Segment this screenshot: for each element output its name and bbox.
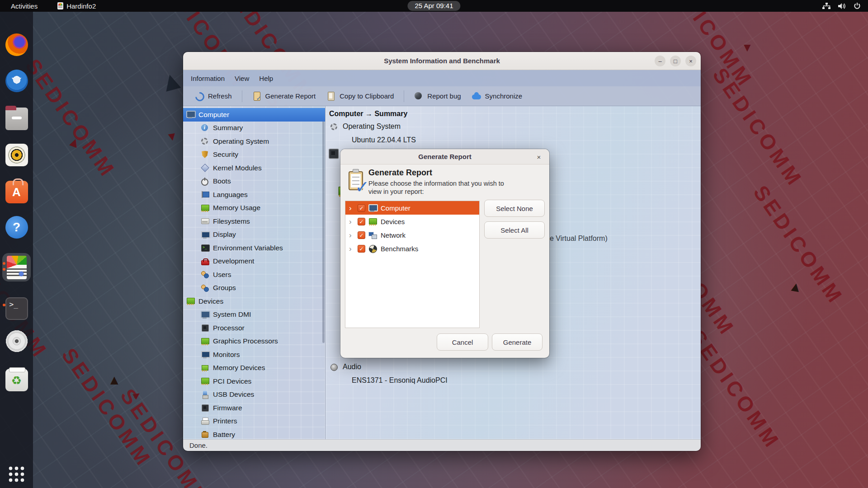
sidebar-item-system-dmi[interactable]: System DMI xyxy=(183,308,326,322)
dock-item-disc-burner[interactable] xyxy=(0,330,33,352)
sidebar-item-battery[interactable]: Battery xyxy=(183,428,326,439)
ubuntu-software-icon: A xyxy=(5,181,28,203)
sidebar-item-memory-usage[interactable]: Memory Usage xyxy=(183,202,326,215)
sidebar-item-usb-devices[interactable]: USB Devices xyxy=(183,388,326,402)
report-section-label: Computer xyxy=(381,204,410,212)
toolbar-generate-report[interactable]: Generate Report xyxy=(247,89,321,103)
report-section-benchmarks[interactable]: ›✓Benchmarks xyxy=(345,242,479,255)
dock-item-trash[interactable]: ♻ xyxy=(0,369,33,391)
info-icon xyxy=(201,124,209,132)
sidebar-item-label: Monitors xyxy=(213,351,240,359)
sidebar-item-languages[interactable]: Languages xyxy=(183,188,326,202)
dock-item-firefox[interactable] xyxy=(0,33,33,56)
top-bar: Activities Hardinfo2 25 Apr 09:41 xyxy=(0,0,868,12)
report-section-devices[interactable]: ›✓Devices xyxy=(345,215,479,228)
running-indicator-dot xyxy=(3,268,5,271)
generate-button[interactable]: Generate xyxy=(492,333,542,351)
synchronize-icon xyxy=(472,92,481,101)
sidebar-item-processor[interactable]: Processor xyxy=(183,321,326,335)
machine-type-fragment: e Virtual Platform) xyxy=(550,235,608,243)
users-icon xyxy=(201,271,209,278)
menu-view[interactable]: View xyxy=(230,70,254,86)
select-none-button[interactable]: Select None xyxy=(484,200,545,217)
focused-app-menu[interactable]: Hardinfo2 xyxy=(57,2,96,10)
checkbox-devices[interactable]: ✓ xyxy=(358,218,365,225)
report-section-network[interactable]: ›✓Network xyxy=(345,228,479,242)
dock-item-rhythmbox[interactable] xyxy=(0,144,33,166)
sidebar-item-printers[interactable]: Printers xyxy=(183,415,326,428)
sidebar-item-kernel-modules[interactable]: Kernel Modules xyxy=(183,161,326,175)
dock-item-hardinfo2[interactable] xyxy=(0,256,33,279)
expander-chevron-icon[interactable]: › xyxy=(349,245,355,253)
sidebar-item-firmware[interactable]: Firmware xyxy=(183,401,326,415)
checkbox-benchmarks[interactable]: ✓ xyxy=(358,245,365,253)
dialog-close-icon[interactable]: × xyxy=(534,152,544,162)
thunderbird-icon xyxy=(5,70,28,92)
checkbox-network[interactable]: ✓ xyxy=(358,231,365,239)
expander-chevron-icon[interactable]: › xyxy=(349,231,355,239)
sidebar-item-summary[interactable]: Summary xyxy=(183,122,326,135)
toolbar-copy-to-clipboard[interactable]: Copy to Clipboard xyxy=(321,89,399,103)
dock-item-files[interactable] xyxy=(0,108,33,130)
window-titlebar[interactable]: System Information and Benchmark – □ × xyxy=(183,52,701,70)
dock-item-thunderbird[interactable] xyxy=(0,70,33,92)
rhythmbox-icon xyxy=(5,144,28,166)
dock-item-terminal[interactable]: >_ xyxy=(0,297,33,320)
sidebar-item-pci-devices[interactable]: PCI Devices xyxy=(183,375,326,388)
sidebar-item-security[interactable]: Security xyxy=(183,148,326,162)
hardinfo2-mini-icon xyxy=(57,2,63,9)
sidebar-item-devices[interactable]: Devices xyxy=(183,295,326,308)
sidebar-item-label: Summary xyxy=(213,124,243,132)
select-all-button[interactable]: Select All xyxy=(484,221,545,239)
sidebar-item-users[interactable]: Users xyxy=(183,268,326,282)
dialog-description: Please choose the information that you w… xyxy=(368,179,516,196)
operating-system-label: Operating System xyxy=(343,122,401,131)
sidebar-item-development[interactable]: Development xyxy=(183,255,326,268)
checkbox-computer[interactable]: ✓ xyxy=(358,204,365,212)
computer-icon xyxy=(368,204,377,212)
sidebar-item-label: Processor xyxy=(213,324,245,332)
sidebar-item-environment-variables[interactable]: Environment Variables xyxy=(183,241,326,255)
sidebar-item-groups[interactable]: Groups xyxy=(183,282,326,295)
usb-icon xyxy=(201,391,209,399)
sidebar-item-label: Languages xyxy=(213,191,248,199)
toolbar-report-bug[interactable]: Report bug xyxy=(409,89,466,103)
disc-burner-icon xyxy=(5,330,28,352)
chip-green-icon xyxy=(201,338,209,345)
app-grid-icon xyxy=(9,466,25,483)
chip-dark-icon xyxy=(201,324,209,332)
close-button[interactable]: × xyxy=(685,56,696,66)
menu-information[interactable]: Information xyxy=(186,70,230,86)
dock-item-app-grid[interactable] xyxy=(0,466,33,483)
sidebar-item-operating-system[interactable]: Operating System xyxy=(183,135,326,148)
sidebar-item-monitors[interactable]: Monitors xyxy=(183,348,326,361)
toolbar-refresh[interactable]: Refresh xyxy=(189,89,237,103)
sidebar-item-display[interactable]: Display xyxy=(183,228,326,242)
menu-help[interactable]: Help xyxy=(254,70,278,86)
minimize-button[interactable]: – xyxy=(655,56,665,66)
breadcrumb: Computer → Summary xyxy=(329,110,407,118)
expander-chevron-icon[interactable]: › xyxy=(349,204,355,212)
sidebar-item-graphics-processors[interactable]: Graphics Processors xyxy=(183,335,326,348)
maximize-button[interactable]: □ xyxy=(670,56,681,66)
sidebar-item-boots[interactable]: Boots xyxy=(183,175,326,188)
report-section-computer[interactable]: ›✓Computer xyxy=(345,201,479,215)
toolbar-synchronize[interactable]: Synchronize xyxy=(467,89,528,103)
sidebar-item-computer[interactable]: Computer xyxy=(183,108,326,122)
report-sections-list: ›✓Computer›✓Devices›✓Network›✓Benchmarks xyxy=(345,201,480,328)
sidebar-item-label: Devices xyxy=(198,297,223,305)
copy-clipboard-icon xyxy=(326,92,335,101)
system-status-area[interactable] xyxy=(822,0,861,12)
activities-button[interactable]: Activities xyxy=(8,2,40,10)
dialog-titlebar[interactable]: Generate Report × xyxy=(340,149,549,164)
clock-button[interactable]: 25 Apr 09:41 xyxy=(407,1,460,11)
toolbar-label: Generate Report xyxy=(265,92,316,100)
shield-icon xyxy=(201,151,209,159)
sidebar-item-filesystems[interactable]: Filesystems xyxy=(183,215,326,228)
dock-item-ubuntu-software[interactable]: A xyxy=(0,181,33,203)
sidebar-item-memory-devices[interactable]: Memory Devices xyxy=(183,361,326,375)
dock-item-help[interactable]: ? xyxy=(0,216,33,239)
expander-chevron-icon[interactable]: › xyxy=(349,218,355,225)
gear-icon xyxy=(330,123,339,131)
cancel-button[interactable]: Cancel xyxy=(437,333,488,351)
